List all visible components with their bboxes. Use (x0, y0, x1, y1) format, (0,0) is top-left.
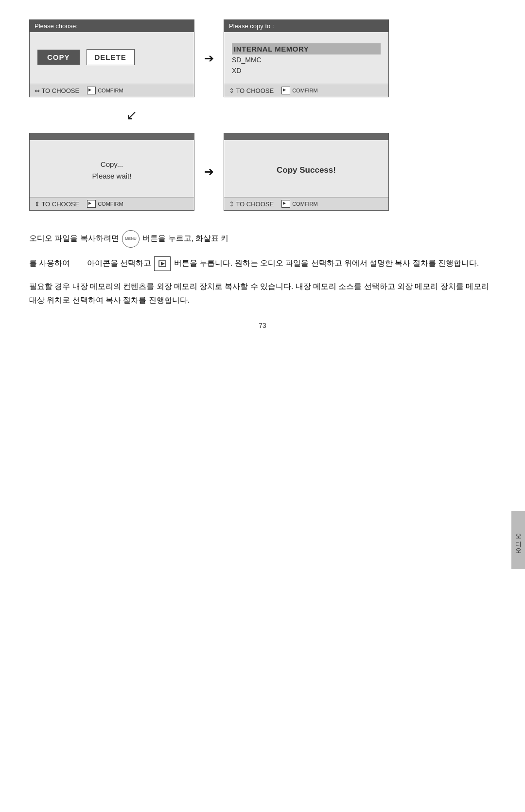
text-section: 오디오 파일을 복사하려면 MENU 버튼을 누르고, 화살표 키 를 사용하여… (29, 230, 496, 307)
arrow-right-2: ➔ (204, 165, 214, 179)
nav-arrows-ud-1: ⇕ TO CHOOSE (229, 87, 274, 94)
delete-button[interactable]: DELETE (87, 49, 135, 65)
copy-to-list: INTERNAL MEMORY SD_MMC XD (232, 43, 381, 76)
dialog-copying-bar (30, 133, 194, 140)
confirm-button-icon (154, 256, 171, 271)
copy-to-item-xd[interactable]: XD (232, 65, 381, 76)
confirm-label-4: COMFIRM (292, 201, 318, 207)
confirm-icon-1: COMFIRM (87, 87, 123, 94)
copy-to-item-sd[interactable]: SD_MMC (232, 54, 381, 65)
dialog-copying-footer: ⇕ TO CHOOSE COMFIRM (30, 197, 194, 210)
dialog-success-bar (224, 133, 388, 140)
confirm-icon-symbol-3 (87, 200, 96, 208)
confirm-icon-symbol (87, 87, 96, 94)
dialog-copying: Copy... Please wait! ⇕ TO CHOOSE COMFIRM (29, 133, 194, 211)
paragraph-3: 필요할 경우 내장 메모리의 컨텐츠를 외장 메모리 장치로 복사할 수 있습니… (29, 280, 496, 307)
page-number: 73 (29, 322, 496, 329)
dialog-success: Copy Success! ⇕ TO CHOOSE COMFIRM (224, 133, 389, 211)
nav-arrows-ud-3: ⇕ TO CHOOSE (229, 200, 274, 208)
dialog-choose-footer: ⇔ TO CHOOSE COMFIRM (30, 84, 194, 97)
confirm-label-2: COMFIRM (292, 88, 318, 93)
sidebar-tab: 오디오 (511, 511, 525, 569)
arrow-right-1: ➔ (204, 52, 214, 65)
dialog-choose: Please choose: COPY DELETE ⇔ TO CHOOSE C… (29, 19, 194, 97)
sidebar-tab-text: 오디오 (514, 529, 523, 551)
paragraph-2: 를 사용하여 아이콘을 선택하고 버튼을 누릅니다. 원하는 오디오 파일을 선… (29, 256, 496, 271)
confirm-icon-symbol-2 (281, 87, 290, 94)
arrow-down-left: ↙ (126, 107, 137, 123)
dialog-success-footer: ⇕ TO CHOOSE COMFIRM (224, 197, 388, 210)
paragraph-1: 오디오 파일을 복사하려면 MENU 버튼을 누르고, 화살표 키 (29, 230, 496, 248)
copying-text: Copy... Please wait! (92, 159, 132, 182)
svg-marker-1 (161, 262, 165, 266)
dialog-choose-title: Please choose: (30, 20, 194, 32)
success-text: Copy Success! (277, 165, 336, 175)
confirm-icon-3: COMFIRM (87, 200, 123, 208)
dialog-copy-to: Please copy to : INTERNAL MEMORY SD_MMC … (224, 19, 389, 97)
nav-arrows-lr: ⇔ TO CHOOSE (35, 87, 79, 94)
copy-button[interactable]: COPY (37, 50, 80, 65)
copy-to-item-internal[interactable]: INTERNAL MEMORY (232, 43, 381, 54)
confirm-icon-4: COMFIRM (281, 200, 318, 208)
dialog-copy-to-title: Please copy to : (224, 20, 388, 32)
nav-arrows-ud-2: ⇕ TO CHOOSE (35, 200, 79, 208)
dialog-copy-to-footer: ⇕ TO CHOOSE COMFIRM (224, 84, 388, 97)
menu-button-icon: MENU (122, 230, 140, 248)
confirm-label-1: COMFIRM (98, 88, 123, 93)
confirm-label-3: COMFIRM (98, 201, 123, 207)
confirm-icon-2: COMFIRM (281, 87, 318, 94)
confirm-icon-symbol-4 (281, 200, 290, 208)
